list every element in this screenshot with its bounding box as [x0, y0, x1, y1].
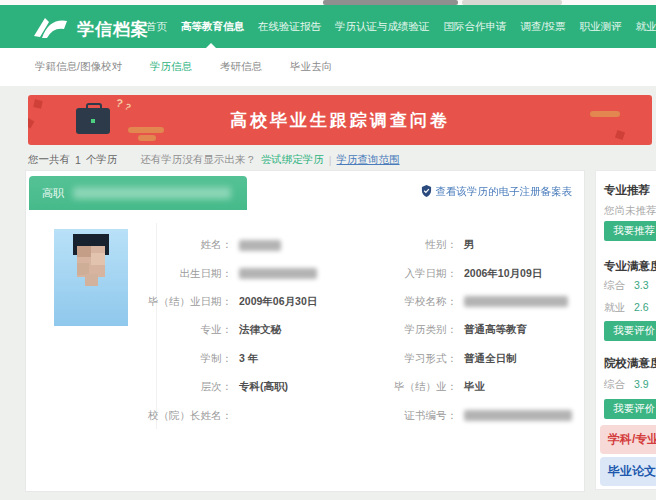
summary-prefix: 您一共有	[28, 153, 70, 167]
survey-banner-title: 高校毕业生跟踪调查问卷	[28, 95, 652, 145]
link-divider: |	[329, 154, 332, 166]
field-duration: 学制： 3 年	[144, 345, 317, 373]
blurred-value	[464, 296, 568, 307]
page: 学信档案 首页 高等教育信息 在线验证报告 学历认证与成绩验证 国际合作申请 调…	[0, 0, 656, 500]
field-certificate-number: 证书编号：	[369, 401, 572, 429]
blurred-value	[239, 268, 317, 279]
id-photo	[54, 229, 128, 326]
recommend-button[interactable]: 我要推荐	[604, 221, 656, 241]
degree-tab[interactable]: 高职	[29, 176, 247, 210]
degree-card: 高职 查看该学历的电子注册备案表	[25, 170, 585, 492]
subject-ranking-banner[interactable]: 学科/专业排名	[600, 425, 656, 454]
field-graduation-status: 毕（结）业： 毕业	[369, 373, 572, 401]
rate-major-button[interactable]: 我要评价	[604, 321, 656, 341]
query-scope-link[interactable]: 学历查询范围	[337, 153, 400, 167]
nav-item-higher-education[interactable]: 高等教育信息	[181, 20, 244, 34]
school-satisfaction-title: 院校满意度	[604, 356, 656, 371]
view-report-text: 查看该学历的电子注册备案表	[436, 185, 573, 199]
field-name: 姓名：	[144, 231, 317, 259]
thesis-check-banner[interactable]: 毕业论文查重	[600, 457, 656, 486]
nav-item-survey[interactable]: 调查/投票	[521, 20, 566, 34]
nav-items: 首页 高等教育信息 在线验证报告 学历认证与成绩验证 国际合作申请 调查/投票 …	[146, 5, 656, 48]
subnav-enrollment-info[interactable]: 学籍信息/图像校对	[35, 60, 122, 74]
satisfaction-row: 综合 3.3 办学	[604, 279, 656, 293]
field-major: 专业： 法律文秘	[144, 316, 317, 344]
field-graduation-date: 毕（结）业日期： 2009年06月30日	[144, 288, 317, 316]
degree-count: 1	[75, 154, 81, 166]
field-gender: 性别： 男	[369, 231, 572, 259]
field-study-form: 学习形式： 普通全日制	[369, 345, 572, 373]
nav-item-home[interactable]: 首页	[146, 20, 167, 34]
main-navbar: 学信档案 首页 高等教育信息 在线验证报告 学历认证与成绩验证 国际合作申请 调…	[0, 5, 656, 48]
right-sidebar: 专业推荐 您尚未推荐专业 我要推荐 专业满意度 综合 3.3 办学 就业 2.6…	[595, 170, 656, 490]
sub-navbar: 学籍信息/图像校对 学历信息 考研信息 毕业去向	[0, 48, 656, 86]
blurred-value	[464, 410, 572, 421]
blurred-value	[239, 240, 281, 251]
form-left-column: 姓名： 出生日期： 毕（结）业日期： 2009年06月30日 专业： 法律文秘 …	[144, 231, 317, 430]
major-recommend-title: 专业推荐	[604, 183, 650, 198]
subnav-graduation-destination[interactable]: 毕业去向	[290, 60, 332, 74]
nav-item-international[interactable]: 国际合作申请	[444, 20, 507, 34]
view-report-link[interactable]: 查看该学历的电子注册备案表	[421, 185, 573, 199]
blurred-school-name	[73, 187, 231, 199]
missing-degree-hint: 还有学历没有显示出来？	[140, 153, 256, 167]
nav-item-career-test[interactable]: 职业测评	[579, 20, 621, 34]
survey-banner[interactable]: ? ? 高校毕业生跟踪调查问卷	[28, 95, 652, 145]
field-education-type: 学历类别： 普通高等教育	[369, 316, 572, 344]
degree-tab-label: 高职	[42, 186, 64, 201]
degree-summary-row: 您一共有 1 个学历 还有学历没有显示出来？ 尝试绑定学历 | 学历查询范围	[28, 153, 400, 167]
field-level: 层次： 专科(高职)	[144, 373, 317, 401]
summary-suffix: 个学历	[86, 153, 118, 167]
subnav-degree-info[interactable]: 学历信息	[150, 60, 192, 74]
nav-item-online-verification[interactable]: 在线验证报告	[258, 20, 321, 34]
nav-item-employment[interactable]: 就业	[635, 20, 656, 34]
satisfaction-row: 就业 2.6 教学	[604, 301, 656, 315]
site-logo[interactable]: 学信档案	[33, 14, 149, 44]
rate-school-button[interactable]: 我要评价	[604, 399, 656, 419]
shield-check-icon	[421, 185, 432, 199]
nav-item-degree-authentication[interactable]: 学历认证与成绩验证	[335, 20, 430, 34]
form-right-column: 性别： 男 入学日期： 2006年10月09日 学校名称： 学历类别： 普通高等…	[369, 231, 572, 430]
logo-book-icon	[33, 14, 69, 44]
field-president-name: 校（院）长姓名：	[144, 401, 317, 429]
field-admission-date: 入学日期： 2006年10月09日	[369, 259, 572, 287]
bind-degree-link[interactable]: 尝试绑定学历	[261, 153, 324, 167]
major-recommend-note: 您尚未推荐专业	[604, 204, 656, 218]
field-school-name: 学校名称：	[369, 288, 572, 316]
satisfaction-row: 综合 3.9 环境	[604, 378, 656, 392]
major-satisfaction-title: 专业满意度	[604, 259, 656, 274]
subnav-graduate-exam-info[interactable]: 考研信息	[220, 60, 262, 74]
logo-text: 学信档案	[77, 18, 149, 41]
field-birth-date: 出生日期：	[144, 259, 317, 287]
